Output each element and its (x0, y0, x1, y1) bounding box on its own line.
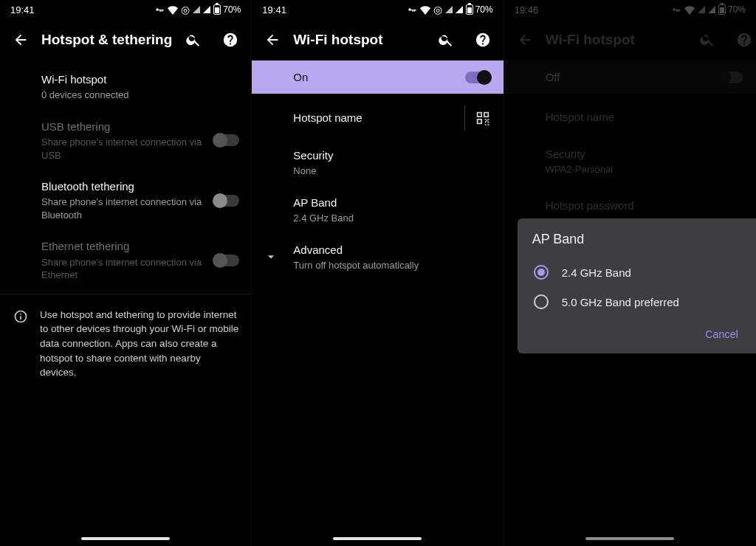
screen-hotspot-tethering: 19:41 ◎ 70% Hotspot & tethering (0, 0, 252, 546)
item-subtitle: Share phone's internet connection via Et… (41, 256, 207, 282)
item-title: Bluetooth tethering (41, 179, 207, 194)
battery-icon: 70% (213, 4, 241, 15)
ap-band-option-50[interactable]: 5.0 GHz Band preferred (532, 287, 746, 317)
item-subtitle: 0 devices connected (41, 89, 232, 102)
wifi-icon (420, 4, 430, 15)
signal-2-icon (456, 6, 463, 13)
item-title: Wi-Fi hotspot (41, 72, 232, 87)
item-title: Advanced (293, 243, 484, 258)
item-title: Hotspot name (293, 111, 447, 125)
back-button[interactable] (256, 24, 289, 56)
qr-share-button[interactable] (474, 109, 492, 127)
item-subtitle: Turn off hotspot automatically (293, 259, 484, 272)
hotspot-master-toggle[interactable] (465, 72, 490, 83)
divider-vertical (464, 106, 465, 131)
item-subtitle: None (293, 165, 484, 178)
search-button[interactable] (430, 24, 462, 56)
vpn-icon (154, 6, 165, 13)
item-subtitle: Share phone's internet connection via US… (41, 136, 207, 162)
help-button[interactable] (214, 24, 247, 56)
usb-tethering-item: USB tethering Share phone's internet con… (0, 111, 251, 170)
nav-pill[interactable] (81, 537, 170, 540)
expand-icon (261, 246, 281, 267)
advanced-item[interactable]: Advanced Turn off hotspot automatically (252, 234, 503, 281)
switch-label: On (293, 71, 308, 83)
cancel-button[interactable]: Cancel (698, 322, 746, 346)
signal-2-icon (203, 6, 210, 13)
radio-icon (534, 294, 549, 309)
ethernet-tethering-toggle (214, 255, 239, 266)
page-title: Hotspot & tethering (41, 32, 173, 48)
ap-band-option-24[interactable]: 2.4 GHz Band (532, 258, 746, 287)
help-button[interactable] (467, 24, 499, 56)
screen-wifi-hotspot-on: 19:41 ◎ 70% Wi-Fi hotspot On (252, 0, 504, 546)
page-title: Wi-Fi hotspot (293, 32, 425, 48)
option-label: 2.4 GHz Band (562, 266, 631, 279)
status-bar: 19:41 ◎ 70% (0, 0, 251, 19)
status-bar: 19:41 ◎ 70% (252, 0, 503, 19)
info-icon (12, 308, 30, 325)
item-title: USB tethering (41, 120, 207, 134)
item-subtitle: Share phone's internet connection via Bl… (41, 196, 207, 221)
item-subtitle: 2.4 GHz Band (293, 212, 484, 225)
item-title: AP Band (293, 196, 484, 210)
app-bar: Hotspot & tethering (0, 19, 251, 61)
item-title: Security (293, 148, 484, 163)
footer-text: Use hotspot and tethering to provide int… (40, 308, 239, 380)
hotspot-name-item[interactable]: Hotspot name (252, 97, 503, 139)
divider (0, 294, 251, 294)
vpn-icon (407, 6, 417, 13)
bluetooth-tethering-toggle[interactable] (214, 195, 239, 207)
nav-pill[interactable] (333, 537, 422, 540)
status-time: 19:41 (10, 4, 35, 15)
wifi-hotspot-item[interactable]: Wi-Fi hotspot 0 devices connected (0, 63, 251, 111)
signal-1-icon (193, 6, 200, 13)
dialog-title: AP Band (532, 232, 746, 247)
hotspot-icon: ◎ (433, 4, 442, 15)
wifi-icon (168, 4, 178, 15)
bluetooth-tethering-item[interactable]: Bluetooth tethering Share phone's intern… (0, 170, 251, 230)
item-title: Ethernet tethering (41, 239, 207, 254)
option-label: 5.0 GHz Band preferred (562, 296, 679, 308)
back-button[interactable] (4, 24, 37, 56)
ap-band-dialog: AP Band 2.4 GHz Band 5.0 GHz Band prefer… (518, 218, 756, 353)
settings-list: Hotspot name Security None AP Band (252, 94, 503, 283)
status-time: 19:41 (262, 4, 286, 15)
security-item[interactable]: Security None (252, 139, 503, 187)
usb-tethering-toggle (214, 134, 239, 146)
status-icons: ◎ 70% (407, 4, 493, 15)
hotspot-master-switch-row[interactable]: On (252, 61, 503, 94)
app-bar: Wi-Fi hotspot (252, 19, 503, 61)
ap-band-item[interactable]: AP Band 2.4 GHz Band (252, 187, 503, 234)
signal-1-icon (445, 6, 453, 13)
ethernet-tethering-item: Ethernet tethering Share phone's interne… (0, 230, 251, 290)
radio-icon (534, 265, 549, 280)
footer-note: Use hotspot and tethering to provide int… (0, 297, 251, 390)
battery-icon: 70% (466, 4, 493, 15)
settings-list: Wi-Fi hotspot 0 devices connected USB te… (0, 61, 251, 393)
status-icons: ◎ 70% (154, 4, 241, 15)
nav-pill[interactable] (585, 537, 674, 540)
screen-wifi-hotspot-dialog: 19:46 70% Wi-Fi hotspot (504, 0, 756, 546)
search-button[interactable] (177, 24, 210, 56)
hotspot-icon: ◎ (181, 4, 190, 15)
